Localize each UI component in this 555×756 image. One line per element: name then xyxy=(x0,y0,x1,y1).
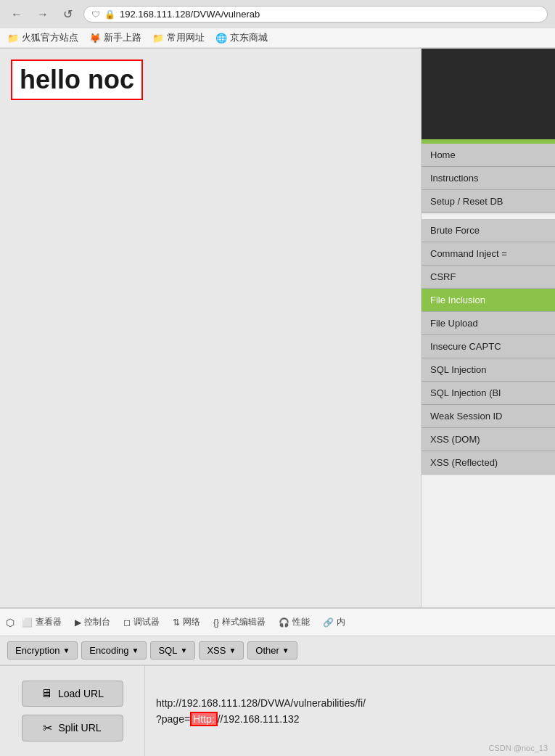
performance-icon: 🎧 xyxy=(279,617,289,628)
bookmark-jd[interactable]: 🌐 京东商城 xyxy=(215,31,268,44)
inspector-icon: ⬜ xyxy=(22,617,33,628)
dropdown-arrow: ▼ xyxy=(62,646,70,654)
refresh-button[interactable]: ↺ xyxy=(59,6,76,22)
hello-box: hello noc xyxy=(11,59,143,100)
folder-icon: 📁 xyxy=(152,33,164,44)
lock-icon: 🔒 xyxy=(104,9,115,20)
address-bar-container[interactable]: 🛡 🔒 xyxy=(83,6,548,22)
memory-icon: 🔗 xyxy=(323,617,334,628)
xss-dropdown[interactable]: XSS ▼ xyxy=(199,641,244,660)
sidebar-item-command[interactable]: Command Inject = xyxy=(422,242,555,266)
style-icon: {} xyxy=(213,617,219,628)
devtools-memory[interactable]: 🔗 内 xyxy=(317,613,351,631)
sidebar-item-csrf[interactable]: CSRF xyxy=(422,266,555,289)
bookmark-label: 新手上路 xyxy=(104,31,141,44)
console-icon: ▶ xyxy=(75,617,81,628)
shield-icon: 🛡 xyxy=(91,9,100,20)
devtools-select-icon: ⬡ xyxy=(6,617,15,628)
sql-dropdown[interactable]: SQL ▼ xyxy=(150,641,195,660)
address-input[interactable] xyxy=(120,9,540,20)
sidebar-item-brute[interactable]: Brute Force xyxy=(422,219,555,242)
bookmark-label: 京东商城 xyxy=(230,31,268,44)
main-content: hello noc Home Instructions Setup / Rese… xyxy=(0,49,555,607)
devtools-inspector[interactable]: ⬜ 查看器 xyxy=(16,613,67,631)
url-highlight: Http: xyxy=(190,712,218,726)
other-label: Other xyxy=(255,645,279,656)
bookmark-label: 常用网址 xyxy=(167,31,205,44)
encoding-dropdown[interactable]: Encoding ▼ xyxy=(81,641,147,660)
sidebar-item-home[interactable]: Home xyxy=(422,144,555,167)
bottom-toolbar: Encryption ▼ Encoding ▼ SQL ▼ XSS ▼ Othe… xyxy=(0,636,555,665)
devtools-console[interactable]: ▶ 控制台 xyxy=(69,613,116,631)
inspector-label: 查看器 xyxy=(36,616,62,628)
devtools-network[interactable]: ⇅ 网络 xyxy=(167,613,206,631)
sidebar-header xyxy=(422,49,555,139)
url-post: //192.168.111.132 xyxy=(218,713,300,725)
dropdown-arrow: ▼ xyxy=(282,646,289,654)
split-url-label: Split URL xyxy=(58,722,101,734)
hello-text: hello noc xyxy=(20,65,134,94)
sidebar-item-weak-session[interactable]: Weak Session ID xyxy=(422,405,555,428)
bookmark-newbie[interactable]: 🦊 新手上路 xyxy=(89,31,141,44)
url-display-area: http://192.168.111.128/DVWA/vulnerabilit… xyxy=(145,666,555,756)
sidebar-item-sql-blind[interactable]: SQL Injection (Bl xyxy=(422,382,555,405)
style-label: 样式编辑器 xyxy=(222,616,266,628)
right-sidebar: Home Instructions Setup / Reset DB Brute… xyxy=(421,49,555,607)
url-line1: http://192.168.111.128/DVWA/vulnerabilit… xyxy=(156,695,544,711)
bookmarks-bar: 📁 火狐官方站点 🦊 新手上路 📁 常用网址 🌐 京东商城 xyxy=(0,28,555,48)
other-dropdown[interactable]: Other ▼ xyxy=(247,641,297,660)
dropdown-arrow: ▼ xyxy=(180,646,187,654)
debugger-label: 调试器 xyxy=(133,616,160,628)
url-line2: ?page=Http://192.168.111.132 xyxy=(156,711,544,727)
back-button[interactable]: ← xyxy=(7,7,26,22)
left-area: hello noc xyxy=(0,49,421,607)
sidebar-item-file-upload[interactable]: File Upload xyxy=(422,312,555,335)
url-pre: ?page= xyxy=(156,713,190,725)
encryption-label: Encryption xyxy=(15,645,59,656)
sidebar-item-instructions[interactable]: Instructions xyxy=(422,167,555,190)
memory-label: 内 xyxy=(337,616,345,628)
sidebar-nav: Home Instructions Setup / Reset DB Brute… xyxy=(422,144,555,474)
devtools-bar: ⬡ ⬜ 查看器 ▶ 控制台 ◻ 调试器 ⇅ 网络 {} 样式编辑器 🎧 性能 🔗… xyxy=(0,607,555,636)
split-icon: ✂ xyxy=(43,721,52,735)
xss-label: XSS xyxy=(207,645,226,656)
nav-bar: ← → ↺ 🛡 🔒 xyxy=(0,0,555,28)
forward-button[interactable]: → xyxy=(33,7,52,22)
console-label: 控制台 xyxy=(84,616,110,628)
sidebar-item-setup[interactable]: Setup / Reset DB xyxy=(422,190,555,213)
csdn-watermark: CSDN @noc_13 xyxy=(489,744,548,752)
network-icon: ⇅ xyxy=(173,617,180,628)
debugger-icon: ◻ xyxy=(123,617,131,628)
load-url-button[interactable]: 🖥 Load URL xyxy=(22,681,123,707)
network-label: 网络 xyxy=(183,616,200,628)
split-url-button[interactable]: ✂ Split URL xyxy=(22,715,123,741)
bookmark-label: 火狐官方站点 xyxy=(22,31,78,44)
browser-chrome: ← → ↺ 🛡 🔒 📁 火狐官方站点 🦊 新手上路 📁 常用网址 🌐 京东商城 xyxy=(0,0,555,49)
encoding-label: Encoding xyxy=(89,645,128,656)
sidebar-item-xss-dom[interactable]: XSS (DOM) xyxy=(422,428,555,451)
performance-label: 性能 xyxy=(292,616,310,628)
bottom-area: 🖥 Load URL ✂ Split URL http://192.168.11… xyxy=(0,665,555,756)
encryption-dropdown[interactable]: Encryption ▼ xyxy=(7,641,78,660)
action-buttons: 🖥 Load URL ✂ Split URL xyxy=(0,666,145,756)
globe-icon: 🌐 xyxy=(215,33,227,44)
folder-icon: 📁 xyxy=(7,33,19,44)
sql-label: SQL xyxy=(158,645,177,656)
sidebar-item-xss-reflected[interactable]: XSS (Reflected) xyxy=(422,451,555,474)
bookmark-common[interactable]: 📁 常用网址 xyxy=(152,31,205,44)
devtools-style-editor[interactable]: {} 样式编辑器 xyxy=(207,613,271,631)
devtools-debugger[interactable]: ◻ 调试器 xyxy=(118,613,165,631)
sidebar-item-file-inclusion[interactable]: File Inclusion xyxy=(422,289,555,312)
load-url-label: Load URL xyxy=(58,688,104,699)
dropdown-arrow: ▼ xyxy=(132,646,139,654)
sidebar-item-captcha[interactable]: Insecure CAPTC xyxy=(422,335,555,358)
devtools-performance[interactable]: 🎧 性能 xyxy=(273,613,316,631)
sidebar-item-sql[interactable]: SQL Injection xyxy=(422,358,555,382)
load-icon: 🖥 xyxy=(41,687,52,700)
fox-icon: 🦊 xyxy=(89,33,101,44)
bookmark-huohu[interactable]: 📁 火狐官方站点 xyxy=(7,31,78,44)
dropdown-arrow: ▼ xyxy=(229,646,236,654)
